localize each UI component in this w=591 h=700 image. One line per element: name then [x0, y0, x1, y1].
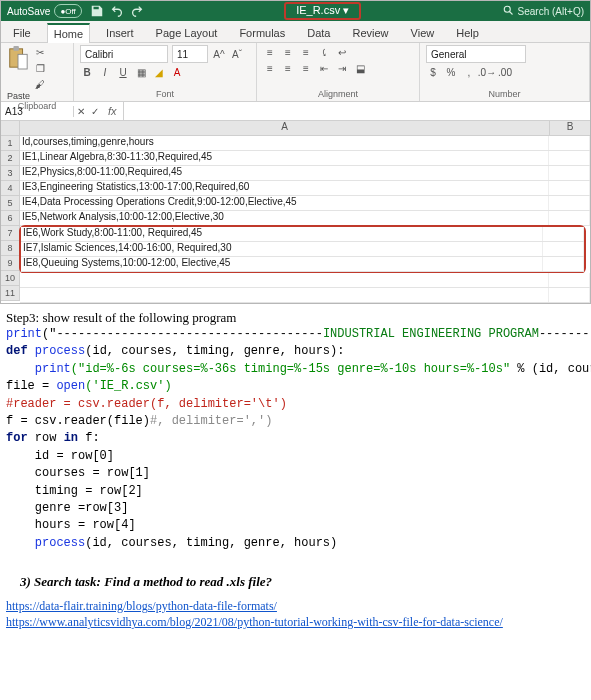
- decrease-indent-icon[interactable]: ⇤: [317, 61, 331, 75]
- fx-icon[interactable]: fx: [102, 105, 123, 117]
- col-A[interactable]: A: [20, 121, 550, 135]
- table-row[interactable]: IE2,Physics,8:00-11:00,Required,45: [20, 166, 590, 181]
- cut-icon[interactable]: ✂: [33, 45, 47, 59]
- cell[interactable]: IE3,Engineering Statistics,13:00-17:00,R…: [20, 181, 549, 195]
- table-row[interactable]: IE5,Network Analysis,10:00-12:00,Electiv…: [20, 211, 590, 226]
- document-body: Step3: show result of the following prog…: [0, 304, 591, 640]
- fill-color-icon[interactable]: ◢: [152, 65, 166, 79]
- tab-page-layout[interactable]: Page Layout: [150, 24, 224, 42]
- tab-file[interactable]: File: [7, 24, 37, 42]
- formula-input[interactable]: [123, 102, 590, 120]
- formula-bar: A13 ✕ ✓ fx: [1, 102, 590, 121]
- undo-icon[interactable]: [110, 4, 124, 18]
- font-color-icon[interactable]: A: [170, 65, 184, 79]
- align-left-icon[interactable]: ≡: [263, 61, 277, 75]
- tab-view[interactable]: View: [405, 24, 441, 42]
- table-row[interactable]: IE1,Linear Algebra,8:30-11:30,Required,4…: [20, 151, 590, 166]
- column-headers: A B: [1, 121, 590, 136]
- paste-icon[interactable]: [7, 45, 29, 71]
- row-num[interactable]: 8: [1, 241, 20, 256]
- tab-data[interactable]: Data: [301, 24, 336, 42]
- tab-home[interactable]: Home: [47, 23, 90, 43]
- table-row[interactable]: IE7,Islamic Sciences,14:00-16:00, Requir…: [21, 242, 584, 257]
- group-clipboard: ✂ ❐ 🖌 Paste Clipboard: [1, 43, 74, 101]
- tab-help[interactable]: Help: [450, 24, 485, 42]
- format-painter-icon[interactable]: 🖌: [33, 77, 47, 91]
- ribbon-tabs: File Home Insert Page Layout Formulas Da…: [1, 21, 590, 43]
- cell[interactable]: IE5,Network Analysis,10:00-12:00,Electiv…: [20, 211, 549, 225]
- autosave-state: ● Off: [54, 4, 81, 18]
- align-top-icon[interactable]: ≡: [263, 45, 277, 59]
- currency-icon[interactable]: $: [426, 65, 440, 79]
- tab-insert[interactable]: Insert: [100, 24, 140, 42]
- cell[interactable]: IE2,Physics,8:00-11:00,Required,45: [20, 166, 549, 180]
- cell[interactable]: Id,courses,timing,genre,hours: [20, 136, 549, 150]
- row-num[interactable]: 6: [1, 211, 20, 226]
- name-box[interactable]: A13: [1, 106, 74, 117]
- increase-font-icon[interactable]: A^: [212, 47, 226, 61]
- filename-highlight: IE_R.csv ▾: [284, 2, 361, 20]
- cell[interactable]: IE8,Queuing Systems,10:00-12:00, Electiv…: [21, 257, 543, 271]
- increase-indent-icon[interactable]: ⇥: [335, 61, 349, 75]
- cell[interactable]: IE1,Linear Algebra,8:30-11:30,Required,4…: [20, 151, 549, 165]
- cell[interactable]: IE7,Islamic Sciences,14:00-16:00, Requir…: [21, 242, 543, 256]
- autosave-toggle[interactable]: AutoSave ● Off: [7, 4, 82, 18]
- redo-icon[interactable]: [130, 4, 144, 18]
- cancel-fx-icon[interactable]: ✕: [74, 104, 88, 118]
- font-size-select[interactable]: 11: [172, 45, 208, 63]
- row-num[interactable]: 1: [1, 136, 20, 151]
- cell[interactable]: IE6,Work Study,8:00-11:00, Required,45: [21, 227, 543, 241]
- row-num[interactable]: 4: [1, 181, 20, 196]
- table-row[interactable]: IE3,Engineering Statistics,13:00-17:00,R…: [20, 181, 590, 196]
- italic-button[interactable]: I: [98, 65, 112, 79]
- row-num[interactable]: 11: [1, 286, 20, 301]
- underline-button[interactable]: U: [116, 65, 130, 79]
- table-row[interactable]: [20, 288, 590, 303]
- row-num[interactable]: 10: [1, 271, 20, 286]
- cell[interactable]: [20, 288, 549, 302]
- step3-heading: Step3: show result of the following prog…: [6, 310, 587, 326]
- number-group-label: Number: [426, 89, 583, 101]
- link-dataflair[interactable]: https://data-flair.training/blogs/python…: [6, 599, 277, 613]
- link-analyticsvidhya[interactable]: https://www.analyticsvidhya.com/blog/202…: [6, 615, 503, 629]
- search-box[interactable]: Search (Alt+Q): [502, 4, 584, 18]
- cell[interactable]: IE4,Data Processing Operations Credit,9:…: [20, 196, 549, 210]
- align-right-icon[interactable]: ≡: [299, 61, 313, 75]
- increase-decimal-icon[interactable]: .0→: [480, 65, 494, 79]
- tab-review[interactable]: Review: [346, 24, 394, 42]
- merge-icon[interactable]: ⬓: [353, 61, 367, 75]
- align-bottom-icon[interactable]: ≡: [299, 45, 313, 59]
- bold-button[interactable]: B: [80, 65, 94, 79]
- search-task-heading: 3) Search task: Find a method to read .x…: [20, 574, 587, 590]
- tab-formulas[interactable]: Formulas: [233, 24, 291, 42]
- table-row[interactable]: IE8,Queuing Systems,10:00-12:00, Electiv…: [21, 257, 584, 272]
- table-row[interactable]: Id,courses,timing,genre,hours: [20, 136, 590, 151]
- borders-icon[interactable]: ▦: [134, 65, 148, 79]
- copy-icon[interactable]: ❐: [33, 61, 47, 75]
- cell[interactable]: [20, 273, 549, 287]
- wrap-text-icon[interactable]: ↩: [335, 45, 349, 59]
- col-B[interactable]: B: [550, 121, 590, 135]
- align-middle-icon[interactable]: ≡: [281, 45, 295, 59]
- orientation-icon[interactable]: ⤹: [317, 45, 331, 59]
- number-format-select[interactable]: General: [426, 45, 526, 63]
- save-icon[interactable]: [90, 4, 104, 18]
- comma-icon[interactable]: ,: [462, 65, 476, 79]
- table-row[interactable]: IE6,Work Study,8:00-11:00, Required,45: [21, 227, 584, 242]
- row-num[interactable]: 5: [1, 196, 20, 211]
- row-num[interactable]: 3: [1, 166, 20, 181]
- percent-icon[interactable]: %: [444, 65, 458, 79]
- table-row[interactable]: IE4,Data Processing Operations Credit,9:…: [20, 196, 590, 211]
- row-num[interactable]: 2: [1, 151, 20, 166]
- enter-fx-icon[interactable]: ✓: [88, 104, 102, 118]
- font-name-select[interactable]: Calibri: [80, 45, 168, 63]
- font-group-label: Font: [80, 89, 250, 101]
- align-center-icon[interactable]: ≡: [281, 61, 295, 75]
- title-bar: AutoSave ● Off IE_R.csv ▾ Search (Alt+Q): [1, 1, 590, 21]
- decrease-font-icon[interactable]: Aˇ: [230, 47, 244, 61]
- row-num[interactable]: 7: [1, 226, 20, 241]
- svg-rect-2: [13, 46, 19, 51]
- row-num[interactable]: 9: [1, 256, 20, 271]
- table-row[interactable]: [20, 273, 590, 288]
- decrease-decimal-icon[interactable]: .00: [498, 65, 512, 79]
